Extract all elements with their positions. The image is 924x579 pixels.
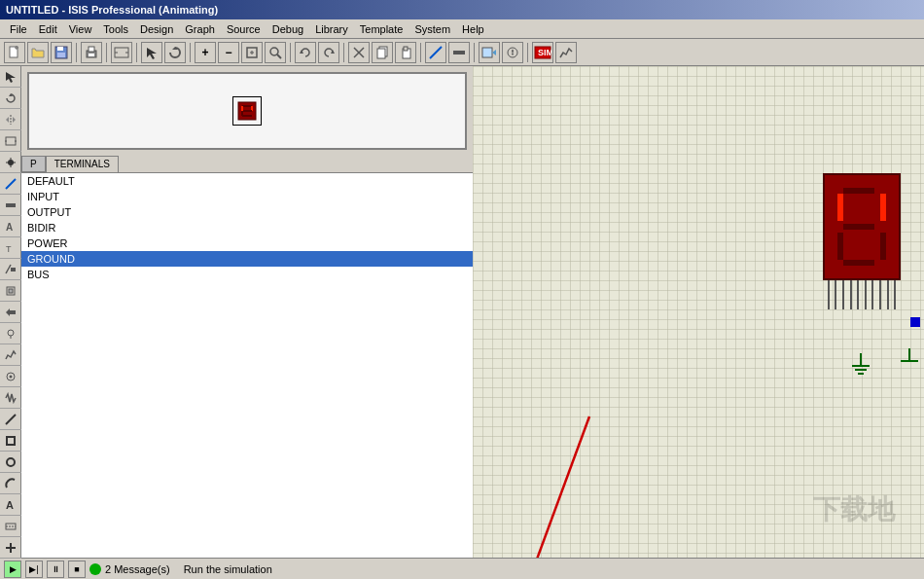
tape-tool[interactable] [0,366,21,387]
sep8 [474,43,475,62]
svg-marker-34 [6,72,16,83]
preview-box [27,72,467,150]
bus-btn[interactable] [448,42,470,63]
print-button[interactable] [81,42,102,63]
pin3 [842,280,844,309]
terminal-input[interactable]: INPUT [21,189,473,204]
svg-marker-38 [13,117,16,123]
terminal-power[interactable]: POWER [21,235,473,251]
circle-tool[interactable] [0,452,21,473]
menu-system[interactable]: System [409,21,456,37]
svg-rect-52 [9,289,13,293]
watermark: 下载地 [813,491,895,528]
pin10 [894,280,896,309]
paste-btn[interactable] [395,42,416,63]
menu-graph[interactable]: Graph [179,21,221,37]
pin9 [887,280,889,309]
symbol-tool[interactable] [0,516,21,537]
seg-g [843,224,874,230]
pin4 [850,280,852,309]
text-tool[interactable]: T [0,237,21,259]
new-button[interactable] [4,42,25,63]
pin-tool[interactable] [0,323,21,344]
junction-tool[interactable] [0,152,21,173]
bus-tool[interactable] [0,195,21,216]
sub-circuit-tool[interactable] [0,280,21,302]
tab-p[interactable]: P [21,156,46,172]
status-indicator [89,563,101,575]
terminal-output[interactable]: OUTPUT [21,204,473,220]
line-tool[interactable] [0,409,21,430]
pause-button[interactable]: ⏸ [47,561,64,578]
component-btn[interactable] [111,42,132,63]
label-tool[interactable]: A [0,216,21,237]
svg-marker-53 [6,308,10,316]
cursor-btn[interactable] [141,42,162,63]
component-tool[interactable] [0,130,21,152]
menu-library[interactable]: Library [309,21,354,37]
red-arrow-annotation [502,407,619,558]
mirror-tool[interactable] [0,109,21,130]
zoom-area-btn[interactable] [265,42,286,63]
box-tool[interactable] [0,430,21,452]
seven-segment-display[interactable] [823,173,901,314]
rotate-btn[interactable] [164,42,186,63]
zoom-fit-btn[interactable] [241,42,263,63]
terminal-bus[interactable]: BUS [21,267,473,282]
step-button[interactable]: ▶| [25,561,43,578]
redo-btn[interactable] [318,42,339,63]
probe-btn[interactable] [502,42,523,63]
seg-b [880,194,886,221]
seg-e [837,233,843,260]
status-bar: ▶ ▶| ⏸ ■ 2 Message(s) Run the simulation [0,558,924,579]
svg-point-61 [7,458,15,466]
stop-button[interactable]: ■ [68,561,86,578]
terminal-tool[interactable] [0,302,21,323]
svg-rect-27 [482,48,492,57]
terminal-ground[interactable]: GROUND [21,251,473,267]
menu-file[interactable]: File [4,21,33,37]
svg-rect-39 [6,137,16,145]
cut-btn[interactable] [348,42,370,63]
undo-btn[interactable] [295,42,316,63]
arc-tool[interactable] [0,473,21,494]
sep5 [290,43,291,62]
wire-tool[interactable] [0,173,21,195]
menu-edit[interactable]: Edit [33,21,63,37]
seg-d [843,260,874,266]
tab-terminals[interactable]: TERMINALS [46,156,119,172]
svg-line-25 [430,47,442,58]
seg-display [837,188,886,266]
sep6 [343,43,344,62]
text-annot-tool[interactable]: A [0,494,21,516]
bus-entry-tool[interactable] [0,259,21,280]
wire-btn[interactable] [425,42,446,63]
menu-debug[interactable]: Debug [267,21,309,37]
zoom-in-btn[interactable]: + [195,42,216,63]
terminal-default[interactable]: DEFAULT [21,173,473,189]
save-button[interactable] [51,42,72,63]
svg-rect-6 [89,54,94,56]
zoom-out-btn[interactable]: − [218,42,239,63]
menu-design[interactable]: Design [134,21,179,37]
pin5 [857,280,859,309]
graph-tools-btn[interactable] [555,42,577,63]
menu-view[interactable]: View [63,21,98,37]
canvas-area[interactable]: Play 下载地 [473,66,924,558]
graph-tool[interactable] [0,344,21,366]
play-button[interactable]: ▶ [4,561,21,578]
rotate-tool[interactable] [0,88,21,109]
gen-tool[interactable] [0,387,21,409]
sim-tools-btn[interactable]: SIM [532,42,553,63]
menu-tools[interactable]: Tools [97,21,134,37]
menu-source[interactable]: Source [221,21,267,37]
open-button[interactable] [27,42,49,63]
select-tool[interactable] [0,66,21,88]
terminal-bidir[interactable]: BIDIR [21,220,473,235]
tag-btn[interactable] [479,42,500,63]
add-tool[interactable] [0,537,21,559]
menu-template[interactable]: Template [354,21,409,37]
menu-help[interactable]: Help [456,21,490,37]
run-simulation-text: Run the simulation [184,563,272,575]
copy-btn[interactable] [372,42,393,63]
